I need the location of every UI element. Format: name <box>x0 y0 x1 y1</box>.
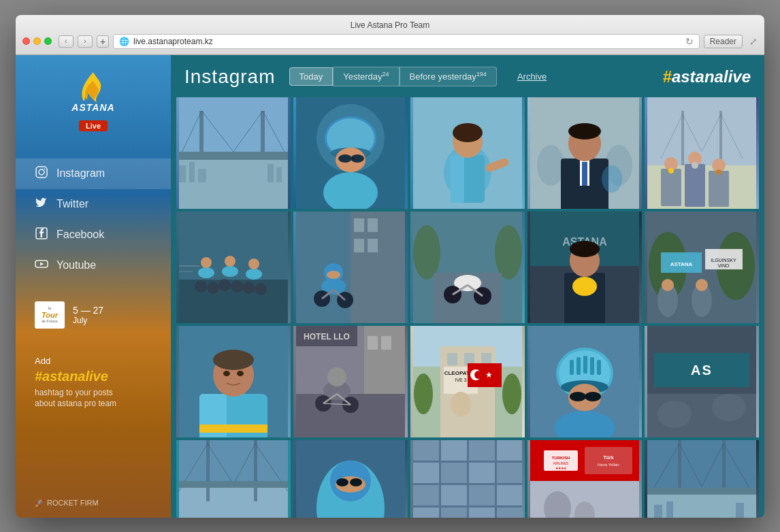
svg-point-3 <box>44 168 46 169</box>
photo-r4c5[interactable] <box>645 440 759 518</box>
svg-point-74 <box>231 280 243 293</box>
svg-rect-207 <box>441 463 467 483</box>
tab-today[interactable]: Today <box>289 67 334 86</box>
sidebar-logo-area: ASTANA Live <box>16 55 171 138</box>
photo-r3c3[interactable]: CLEOPATRA IVE 3 ★ <box>410 326 525 437</box>
photo-r2c4[interactable]: ASTANA <box>527 212 642 323</box>
photo-r2c5[interactable]: ASTANA ILGUINSKY VINO <box>645 212 759 323</box>
sidebar-item-youtube[interactable]: Youtube <box>16 250 171 281</box>
sidebar-footer: 🚀 ROCKET FIRM <box>16 488 171 518</box>
minimize-dot[interactable] <box>33 37 41 45</box>
photo-r2c1-image <box>176 212 291 323</box>
svg-point-161 <box>414 373 433 414</box>
browser-title: Live Astana Pro Team <box>22 20 758 30</box>
svg-rect-205 <box>497 440 522 461</box>
photo-r1c4-image <box>527 97 642 209</box>
svg-point-71 <box>222 266 238 277</box>
browser-chrome: Live Astana Pro Team ‹ › + 🌐 live.astana… <box>16 15 764 55</box>
back-button[interactable]: ‹ <box>59 35 74 48</box>
svg-rect-50 <box>681 111 684 165</box>
maximize-dot[interactable] <box>44 37 52 45</box>
photo-r3c5[interactable]: AS <box>645 326 759 437</box>
svg-rect-135 <box>368 336 378 350</box>
tour-dates: 5 — 27 July <box>73 305 103 325</box>
sidebar-item-instagram[interactable]: Instagram <box>16 159 171 189</box>
forward-button[interactable]: › <box>78 35 93 48</box>
new-tab-button[interactable]: + <box>97 35 109 48</box>
svg-rect-245 <box>666 501 673 518</box>
photo-r2c2-image <box>293 212 408 323</box>
photo-r2c5-image: ASTANA ILGUINSKY VINO <box>645 212 759 323</box>
svg-point-78 <box>255 283 267 295</box>
svg-rect-15 <box>179 152 288 160</box>
photo-r1c3[interactable] <box>410 97 525 209</box>
svg-rect-58 <box>709 171 729 207</box>
tab-yesterday-count: 24 <box>383 71 389 78</box>
reload-button[interactable]: ↻ <box>685 36 694 47</box>
svg-point-46 <box>568 123 601 139</box>
tab-before-yesterday[interactable]: Before yesterday194 <box>400 67 497 86</box>
hashtag-section: Add #astanalive hashtag to your postsabo… <box>16 349 171 417</box>
svg-point-108 <box>572 277 597 296</box>
svg-point-76 <box>248 259 259 269</box>
svg-text:Türk: Türk <box>603 455 613 460</box>
svg-point-110 <box>570 241 600 257</box>
svg-rect-86 <box>368 239 378 252</box>
svg-rect-20 <box>267 164 274 182</box>
photo-r4c4[interactable]: TURKISH AIRLINES ★★★★ Türk Hava Yolları <box>527 440 642 518</box>
photo-r3c4[interactable] <box>527 326 642 437</box>
hashtag-tag[interactable]: #astanalive <box>35 369 152 384</box>
svg-rect-211 <box>441 485 467 505</box>
browser-window: Live Astana Pro Team ‹ › + 🌐 live.astana… <box>16 15 764 518</box>
svg-rect-214 <box>413 508 439 518</box>
svg-rect-136 <box>381 336 391 350</box>
svg-rect-217 <box>497 508 522 518</box>
svg-rect-216 <box>469 508 495 518</box>
photo-r4c1[interactable] <box>176 440 291 518</box>
svg-point-162 <box>502 373 521 414</box>
reader-button[interactable]: Reader <box>704 35 743 48</box>
sidebar-item-facebook[interactable]: Facebook <box>16 220 171 250</box>
photo-r3c1[interactable] <box>176 326 291 437</box>
svg-rect-206 <box>413 463 439 483</box>
svg-point-67 <box>198 267 214 278</box>
svg-rect-149 <box>447 353 457 365</box>
svg-rect-228 <box>585 447 632 474</box>
url-bar: 🌐 live.astanaproteam.kz ↻ <box>113 34 700 49</box>
svg-rect-208 <box>469 463 495 483</box>
hashtag-add-text: Add <box>35 356 152 366</box>
photo-r4c3[interactable] <box>410 440 525 518</box>
svg-rect-236 <box>678 440 681 495</box>
svg-text:ASTANA: ASTANA <box>71 102 114 113</box>
tab-yesterday[interactable]: Yesterday24 <box>333 67 399 86</box>
app-container: ASTANA Live Instagram <box>16 55 764 518</box>
svg-point-28 <box>338 154 352 163</box>
tab-bar: Today Yesterday24 Before yesterday194 <box>289 67 497 86</box>
photo-r2c1[interactable] <box>176 212 291 323</box>
photo-r1c2[interactable] <box>293 97 408 209</box>
photo-r2c2[interactable] <box>293 212 408 323</box>
svg-text:★: ★ <box>485 370 493 380</box>
sidebar-item-twitter[interactable]: Twitter <box>16 189 171 220</box>
svg-point-63 <box>692 162 698 169</box>
photo-r2c3[interactable] <box>410 212 525 323</box>
svg-point-130 <box>223 371 230 376</box>
photo-r3c2[interactable]: HOTEL LLO <box>293 326 408 437</box>
photo-r1c4[interactable] <box>527 97 642 209</box>
svg-rect-171 <box>597 360 601 375</box>
instagram-label: Instagram <box>56 167 105 180</box>
svg-rect-170 <box>590 357 594 375</box>
sidebar: ASTANA Live Instagram <box>16 55 171 518</box>
archive-link[interactable]: Archive <box>517 71 547 82</box>
photo-r1c1[interactable] <box>176 97 291 209</box>
close-dot[interactable] <box>22 37 30 45</box>
photo-r1c3-image <box>410 97 525 209</box>
photo-r4c2[interactable] <box>293 440 408 518</box>
svg-point-198 <box>336 478 348 486</box>
photo-r1c5[interactable] <box>645 97 759 209</box>
fullscreen-button[interactable]: ⤢ <box>749 36 758 47</box>
svg-rect-49 <box>647 97 756 165</box>
photo-r4c3-image <box>410 440 525 518</box>
svg-point-75 <box>246 269 262 280</box>
svg-point-40 <box>537 145 564 186</box>
